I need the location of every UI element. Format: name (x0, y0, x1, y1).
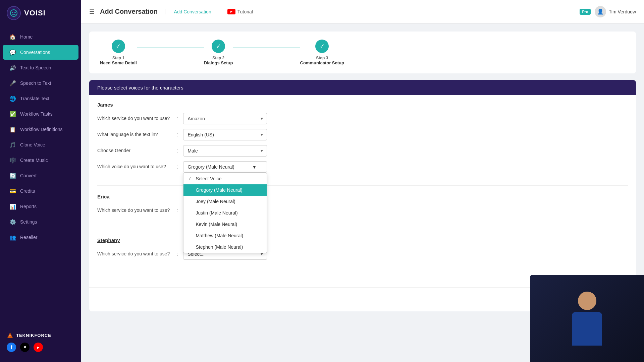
voice-option-label: Kevin (Male Neural) (196, 222, 237, 227)
sidebar-item-conversations[interactable]: 💬 Conversations (3, 45, 78, 60)
voice-option-label: Matthew (Male Neural) (196, 233, 243, 238)
step-1-circle: ✓ (112, 40, 125, 53)
svg-point-7 (10, 10, 17, 16)
voice-option-select-voice[interactable]: ✓ Select Voice (183, 173, 267, 184)
voice-option-stephen[interactable]: Stephen (Male Neural) (183, 241, 267, 253)
person-figure (572, 292, 602, 346)
settings-icon: ⚙️ (9, 219, 16, 225)
sidebar-item-create-music[interactable]: 🎼 Create Music (3, 153, 78, 168)
voice-selected-label: Gregory (Male Neural) (187, 164, 234, 170)
james-voice-dropdown: Gregory (Male Neural) ▼ ✓ Select Voice (183, 161, 267, 173)
james-name: James (97, 102, 113, 108)
youtube-icon[interactable]: ▶ (34, 343, 43, 352)
sidebar-item-translate-text[interactable]: 🌐 Translate Text (3, 91, 78, 106)
facebook-icon[interactable]: f (7, 343, 16, 352)
erica-section: Erica Which service do you want to use? … (97, 194, 628, 229)
james-voice-label: Which voice do you want to use? (97, 161, 171, 169)
sidebar-item-reports[interactable]: 📊 Reports (3, 199, 78, 214)
sidebar-item-label: Create Music (20, 158, 48, 163)
social-icons: f ✕ ▶ (7, 343, 74, 352)
check-icon: ✓ (188, 176, 193, 181)
create-music-icon: 🎼 (9, 157, 16, 164)
tutorial-link[interactable]: ▶ Tutorial (227, 9, 253, 14)
user-menu[interactable]: 👤 Tim Verduow (595, 6, 636, 17)
reports-icon: 📊 (9, 203, 16, 210)
step-1: ✓ Step 1 Need Some Detail (100, 40, 137, 65)
voice-dropdown-menu: ✓ Select Voice Gregory (Male Neural) (183, 173, 267, 253)
james-voice-trigger[interactable]: Gregory (Male Neural) ▼ (183, 161, 267, 173)
step-3-number: Step 3 (300, 56, 344, 60)
erica-service-label: Which service do you want to use? (97, 205, 171, 213)
menu-icon[interactable]: ☰ (89, 8, 95, 15)
sidebar-item-label: Credits (20, 188, 35, 194)
step-2: ✓ Step 2 Dialogs Setup (204, 40, 233, 65)
translate-icon: 🌐 (9, 95, 16, 102)
logo-text: VOISI (24, 9, 46, 17)
stephany-name: Stephany (97, 237, 120, 243)
sidebar-item-label: Clone Voice (20, 142, 45, 147)
colon: : (176, 113, 178, 122)
speech-to-text-icon: 🎤 (9, 80, 16, 86)
topbar-title: Add Conversation (100, 8, 158, 15)
sidebar-footer: T TEKNIKFORCE f ✕ ▶ (0, 328, 81, 355)
stephany-service-row: Which service do you want to use? : Sele… (97, 248, 628, 260)
sidebar-item-workflow-tasks[interactable]: ✅ Workflow Tasks (3, 107, 78, 121)
sidebar-item-home[interactable]: 🏠 Home (3, 29, 78, 44)
svg-point-9 (14, 12, 16, 13)
logo-icon (7, 6, 21, 20)
stephany-section: Stephany Which service do you want to us… (97, 237, 628, 273)
sidebar-item-label: Settings (20, 219, 37, 225)
user-avatar: 👤 (595, 6, 606, 17)
sidebar: VOISI 🏠 Home 💬 Conversations 🔊 Text to S… (0, 0, 81, 362)
steps-container: ✓ Step 1 Need Some Detail ✓ Step 2 Dialo… (89, 32, 636, 73)
voice-option-matthew[interactable]: Matthew (Male Neural) (183, 230, 267, 241)
tutorial-label: Tutorial (237, 9, 253, 14)
step-2-name: Dialogs Setup (204, 60, 233, 65)
voice-option-kevin[interactable]: Kevin (Male Neural) (183, 219, 267, 230)
voice-option-joey[interactable]: Joey (Male Neural) (183, 196, 267, 207)
sidebar-item-label: Home (20, 34, 33, 40)
james-section: James Which service do you want to use? … (97, 102, 628, 186)
sidebar-item-settings[interactable]: ⚙️ Settings (3, 215, 78, 229)
james-service-select[interactable]: Amazon (183, 113, 267, 124)
reseller-icon: 👥 (9, 234, 16, 241)
sidebar-item-label: Text to Speech (20, 65, 51, 70)
sidebar-item-label: Conversations (20, 50, 50, 55)
teknikforce-label: TEKNIKFORCE (16, 333, 51, 338)
james-gender-select[interactable]: Male (183, 145, 267, 157)
workflow-tasks-icon: ✅ (9, 111, 16, 117)
sidebar-item-speech-to-text[interactable]: 🎤 Speech to Text (3, 76, 78, 90)
james-gender-label: Choose Gender (97, 145, 171, 153)
convert-icon: 🔄 (9, 172, 16, 179)
sidebar-item-convert[interactable]: 🔄 Convert (3, 168, 78, 183)
sidebar-item-reseller[interactable]: 👥 Reseller (3, 230, 78, 245)
step-connector-1 (137, 48, 204, 48)
clone-voice-icon: 🎵 (9, 141, 16, 148)
sidebar-item-label: Reports (20, 204, 37, 209)
webcam-overlay (530, 275, 644, 362)
person-head (578, 292, 596, 310)
james-language-select[interactable]: English (US) (183, 129, 267, 140)
sidebar-item-clone-voice[interactable]: 🎵 Clone Voice (3, 137, 78, 152)
webcam-feed (530, 275, 644, 362)
voice-option-label: Gregory (Male Neural) (196, 187, 242, 193)
sidebar-item-workflow-definitions[interactable]: 📋 Workflow Definitions (3, 122, 78, 137)
workflow-defs-icon: 📋 (9, 126, 16, 133)
teknikforce-logo: T TEKNIKFORCE (7, 332, 74, 339)
james-language-wrapper: English (US) ▼ (183, 129, 267, 140)
james-service-label: Which service do you want to use? (97, 113, 171, 121)
user-name: Tim Verduow (609, 9, 636, 14)
twitter-x-icon[interactable]: ✕ (20, 343, 30, 352)
step-1-name: Need Some Detail (100, 60, 137, 65)
step-2-circle: ✓ (212, 40, 225, 53)
topbar: ☰ Add Conversation | Add Conversation ▶ … (81, 0, 644, 23)
sidebar-item-text-to-speech[interactable]: 🔊 Text to Speech (3, 60, 78, 75)
youtube-tutorial-icon: ▶ (227, 9, 235, 14)
breadcrumb-link[interactable]: Add Conversation (174, 9, 211, 14)
sidebar-item-credits[interactable]: 💳 Credits (3, 184, 78, 198)
voice-option-justin[interactable]: Justin (Male Neural) (183, 207, 267, 219)
sidebar-item-label: Translate Text (20, 96, 49, 101)
voice-option-gregory[interactable]: Gregory (Male Neural) (183, 184, 267, 196)
voice-option-label: Select Voice (196, 176, 221, 181)
text-to-speech-icon: 🔊 (9, 64, 16, 71)
